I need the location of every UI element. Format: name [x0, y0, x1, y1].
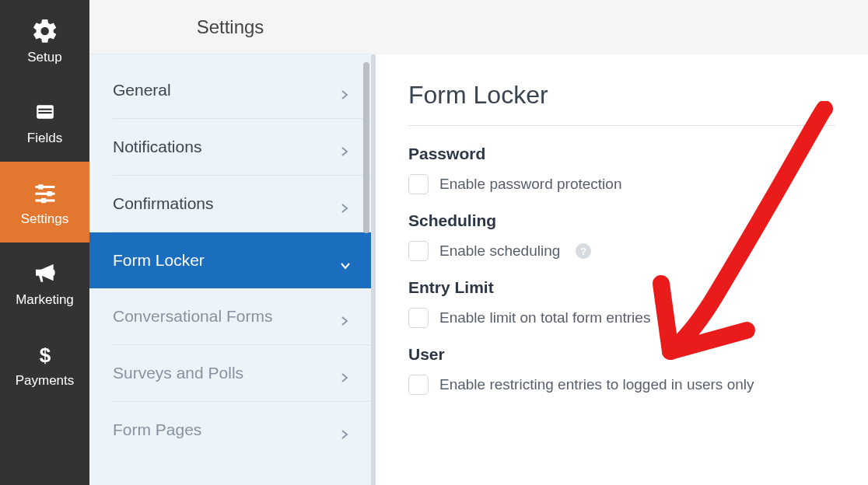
section-scheduling-heading: Scheduling	[408, 211, 835, 230]
entry-limit-label: Enable limit on total form entries	[439, 309, 650, 326]
submenu-item-label: General	[113, 81, 171, 99]
chevron-right-icon	[340, 199, 349, 208]
submenu-form-pages[interactable]: Form Pages	[113, 402, 371, 458]
submenu-item-label: Notifications	[113, 138, 201, 156]
dollar-icon: $	[30, 339, 61, 370]
password-protection-label: Enable password protection	[439, 176, 621, 193]
svg-rect-4	[38, 184, 43, 189]
submenu-item-label: Surveys and Polls	[113, 364, 243, 382]
submenu-form-locker[interactable]: Form Locker	[89, 232, 371, 288]
svg-rect-6	[47, 191, 51, 196]
section-password-heading: Password	[408, 145, 835, 163]
scheduling-checkbox[interactable]	[408, 241, 429, 261]
fields-icon	[30, 96, 61, 127]
user-restriction-checkbox[interactable]	[408, 375, 429, 395]
sidebar-fields-label: Fields	[27, 131, 62, 146]
password-protection-checkbox[interactable]	[408, 174, 429, 194]
sidebar-payments[interactable]: $ Payments	[0, 323, 89, 404]
icon-sidebar: Setup Fields Settings Marketing $ Paymen…	[0, 0, 89, 485]
form-locker-settings: Form Locker Password Enable password pro…	[371, 54, 868, 485]
entry-limit-checkbox[interactable]	[408, 308, 429, 328]
scrollbar[interactable]	[363, 62, 369, 295]
chevron-down-icon	[340, 256, 349, 265]
submenu-item-label: Confirmations	[113, 194, 214, 213]
submenu-conversational-forms[interactable]: Conversational Forms	[113, 288, 371, 345]
sidebar-setup-label: Setup	[27, 50, 61, 65]
submenu-confirmations[interactable]: Confirmations	[113, 176, 371, 232]
sidebar-settings[interactable]: Settings	[0, 162, 89, 242]
submenu-item-label: Form Locker	[113, 251, 205, 270]
submenu-surveys-polls[interactable]: Surveys and Polls	[113, 345, 371, 402]
panel-title: Form Locker	[408, 81, 835, 126]
chevron-right-icon	[340, 85, 349, 95]
sliders-icon	[30, 177, 61, 208]
submenu-notifications[interactable]: Notifications	[113, 119, 371, 176]
submenu-general[interactable]: General	[113, 62, 371, 119]
sidebar-marketing-label: Marketing	[16, 292, 74, 308]
sidebar-payments-label: Payments	[16, 373, 75, 389]
main-panel: Form Locker Password Enable password pro…	[371, 0, 868, 485]
chevron-right-icon	[340, 368, 349, 378]
svg-rect-8	[41, 198, 46, 203]
sidebar-setup[interactable]: Setup	[0, 0, 89, 81]
sidebar-marketing[interactable]: Marketing	[0, 242, 89, 323]
settings-submenu: Settings General Notifications Confirmat…	[89, 0, 371, 485]
svg-rect-2	[38, 112, 51, 113]
section-user-heading: User	[408, 345, 835, 364]
svg-rect-1	[38, 109, 51, 110]
chevron-right-icon	[340, 425, 349, 434]
bullhorn-icon	[30, 258, 61, 289]
app-layout: Setup Fields Settings Marketing $ Paymen…	[0, 0, 868, 485]
sidebar-settings-label: Settings	[21, 211, 68, 227]
svg-text:$: $	[39, 344, 51, 367]
submenu-item-label: Form Pages	[113, 420, 201, 439]
gear-icon	[30, 16, 61, 47]
submenu-scroll: General Notifications Confirmations Form…	[89, 54, 371, 485]
chevron-right-icon	[340, 142, 349, 152]
section-entry-limit-heading: Entry Limit	[408, 278, 835, 297]
page-title: Settings	[89, 0, 371, 54]
chevron-right-icon	[340, 312, 349, 321]
submenu-item-label: Conversational Forms	[113, 307, 272, 326]
user-restriction-label: Enable restricting entries to logged in …	[439, 376, 754, 393]
scheduling-label: Enable scheduling	[439, 242, 560, 260]
sidebar-fields[interactable]: Fields	[0, 81, 89, 162]
help-icon[interactable]: ?	[576, 243, 591, 259]
